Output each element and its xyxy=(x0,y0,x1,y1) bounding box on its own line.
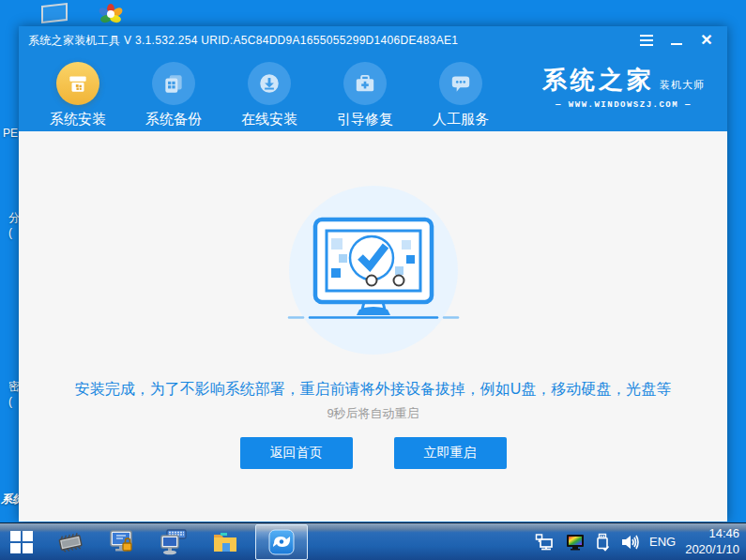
desktop-media-flower-icon[interactable] xyxy=(94,3,128,29)
usb-tray-icon[interactable] xyxy=(595,533,610,552)
nav-item-label: 系统备份 xyxy=(145,111,202,129)
taskbar-keyboard-tool-icon[interactable] xyxy=(158,526,190,558)
nav-item-online-install[interactable]: 在线安装 xyxy=(221,54,317,131)
occluded-desktop-label: PE xyxy=(3,127,18,140)
start-button[interactable] xyxy=(0,523,43,560)
return-home-button[interactable]: 返回首页 xyxy=(240,437,353,469)
restart-now-button[interactable]: 立即重启 xyxy=(394,437,507,469)
occluded-desktop-label: ( xyxy=(8,226,12,239)
menu-icon[interactable] xyxy=(639,33,654,48)
nav-item-label: 人工服务 xyxy=(433,111,489,129)
clock-date: 2020/1/10 xyxy=(685,542,739,558)
windows-logo-icon xyxy=(10,531,33,553)
zhuangji-app-icon xyxy=(267,528,296,556)
taskbar-memory-chip-icon[interactable] xyxy=(54,526,86,558)
nav-item-system-install[interactable]: 系统安装 xyxy=(30,54,126,131)
taskbar-zhuangji-app-active[interactable] xyxy=(255,524,308,560)
network-tray-icon[interactable] xyxy=(535,533,556,552)
close-icon[interactable]: ✕ xyxy=(699,33,714,48)
taskbar-partition-tool-icon[interactable] xyxy=(106,526,138,558)
brand-url: — WWW.WINDOWSZJ.COM — xyxy=(542,100,705,110)
support-chat-icon xyxy=(439,62,482,105)
action-buttons: 返回首页 立即重启 xyxy=(19,437,727,469)
install-complete-illustration xyxy=(280,184,467,357)
system-tray: ENG 14:46 2020/1/10 xyxy=(535,526,746,558)
brand-name: 系统之家 xyxy=(542,64,655,97)
display-color-tray-icon[interactable] xyxy=(565,533,586,552)
nav-item-system-backup[interactable]: 系统备份 xyxy=(126,54,221,131)
nav-bar: 系统安装 系统备份 xyxy=(19,54,727,131)
window-title: 系统之家装机工具 V 3.1.532.254 URID:A5C84DD9A165… xyxy=(28,33,458,49)
title-bar: 系统之家装机工具 V 3.1.532.254 URID:A5C84DD9A165… xyxy=(19,26,727,54)
minimize-icon[interactable] xyxy=(669,33,684,48)
taskbar-file-explorer-icon[interactable] xyxy=(209,526,241,558)
main-content: 安装完成，为了不影响系统部署，重启前请将外接设备拔掉，例如U盘，移动硬盘，光盘等… xyxy=(19,131,727,522)
installer-window: 系统之家装机工具 V 3.1.532.254 URID:A5C84DD9A165… xyxy=(19,26,727,522)
nav-item-label: 在线安装 xyxy=(241,111,297,129)
language-indicator[interactable]: ENG xyxy=(649,535,676,549)
completion-message: 安装完成，为了不影响系统部署，重启前请将外接设备拔掉，例如U盘，移动硬盘，光盘等 xyxy=(19,380,727,400)
window-controls: ✕ xyxy=(639,33,718,48)
nav-item-boot-repair[interactable]: 引导修复 xyxy=(317,54,413,131)
restart-countdown: 9秒后将自动重启 xyxy=(19,405,727,422)
clock-time: 14:46 xyxy=(685,526,739,542)
nav-item-label: 系统安装 xyxy=(50,111,106,129)
online-download-icon xyxy=(248,62,291,105)
brand-tagline: 装机大师 xyxy=(660,78,705,92)
boot-repair-toolbox-icon xyxy=(343,62,387,105)
nav-item-support[interactable]: 人工服务 xyxy=(413,54,509,131)
install-box-icon xyxy=(56,62,99,105)
occluded-desktop-label: ( xyxy=(8,395,12,408)
brand-logo: 系统之家 装机大师 — WWW.WINDOWSZJ.COM — xyxy=(542,64,705,110)
desktop: PE 分 ( 密 ( 系统 系统之家装机工具 V 3.1.532.254 URI… xyxy=(0,0,746,560)
volume-tray-icon[interactable] xyxy=(619,533,640,552)
taskbar: ENG 14:46 2020/1/10 xyxy=(0,522,746,560)
backup-copies-icon xyxy=(152,62,195,105)
clock[interactable]: 14:46 2020/1/10 xyxy=(685,526,739,558)
nav-item-label: 引导修复 xyxy=(337,111,393,129)
